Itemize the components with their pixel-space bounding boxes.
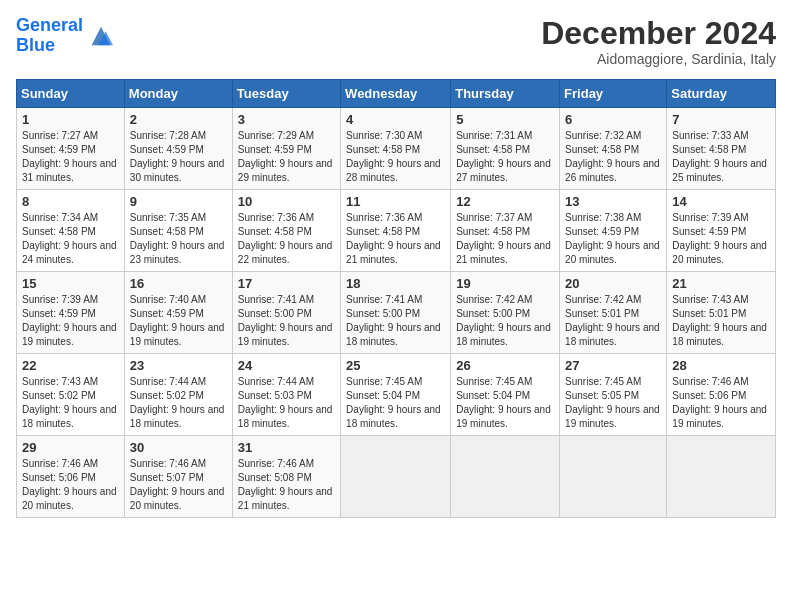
month-title: December 2024 <box>541 16 776 51</box>
day-detail: Sunrise: 7:41 AMSunset: 5:00 PMDaylight:… <box>346 294 441 347</box>
day-detail: Sunrise: 7:34 AMSunset: 4:58 PMDaylight:… <box>22 212 117 265</box>
day-detail: Sunrise: 7:33 AMSunset: 4:58 PMDaylight:… <box>672 130 767 183</box>
calendar-cell: 1 Sunrise: 7:27 AMSunset: 4:59 PMDayligh… <box>17 108 125 190</box>
calendar-cell: 19 Sunrise: 7:42 AMSunset: 5:00 PMDaylig… <box>451 272 560 354</box>
day-number: 24 <box>238 358 335 373</box>
header-saturday: Saturday <box>667 80 776 108</box>
calendar-cell: 4 Sunrise: 7:30 AMSunset: 4:58 PMDayligh… <box>341 108 451 190</box>
day-number: 1 <box>22 112 119 127</box>
day-detail: Sunrise: 7:38 AMSunset: 4:59 PMDaylight:… <box>565 212 660 265</box>
day-number: 6 <box>565 112 661 127</box>
day-detail: Sunrise: 7:35 AMSunset: 4:58 PMDaylight:… <box>130 212 225 265</box>
day-detail: Sunrise: 7:46 AMSunset: 5:07 PMDaylight:… <box>130 458 225 511</box>
calendar-cell: 30 Sunrise: 7:46 AMSunset: 5:07 PMDaylig… <box>124 436 232 518</box>
day-detail: Sunrise: 7:46 AMSunset: 5:06 PMDaylight:… <box>672 376 767 429</box>
day-number: 11 <box>346 194 445 209</box>
day-detail: Sunrise: 7:45 AMSunset: 5:05 PMDaylight:… <box>565 376 660 429</box>
calendar-week-row: 15 Sunrise: 7:39 AMSunset: 4:59 PMDaylig… <box>17 272 776 354</box>
day-number: 13 <box>565 194 661 209</box>
calendar-cell: 7 Sunrise: 7:33 AMSunset: 4:58 PMDayligh… <box>667 108 776 190</box>
calendar-cell: 9 Sunrise: 7:35 AMSunset: 4:58 PMDayligh… <box>124 190 232 272</box>
title-area: December 2024 Aidomaggiore, Sardinia, It… <box>541 16 776 67</box>
header-sunday: Sunday <box>17 80 125 108</box>
calendar-cell: 24 Sunrise: 7:44 AMSunset: 5:03 PMDaylig… <box>232 354 340 436</box>
calendar-cell: 31 Sunrise: 7:46 AMSunset: 5:08 PMDaylig… <box>232 436 340 518</box>
calendar-cell: 2 Sunrise: 7:28 AMSunset: 4:59 PMDayligh… <box>124 108 232 190</box>
day-number: 12 <box>456 194 554 209</box>
calendar-cell: 16 Sunrise: 7:40 AMSunset: 4:59 PMDaylig… <box>124 272 232 354</box>
day-number: 2 <box>130 112 227 127</box>
logo: GeneralBlue <box>16 16 115 56</box>
calendar-cell: 21 Sunrise: 7:43 AMSunset: 5:01 PMDaylig… <box>667 272 776 354</box>
calendar-cell: 8 Sunrise: 7:34 AMSunset: 4:58 PMDayligh… <box>17 190 125 272</box>
day-detail: Sunrise: 7:45 AMSunset: 5:04 PMDaylight:… <box>456 376 551 429</box>
day-number: 31 <box>238 440 335 455</box>
day-detail: Sunrise: 7:39 AMSunset: 4:59 PMDaylight:… <box>22 294 117 347</box>
calendar-cell <box>341 436 451 518</box>
day-number: 10 <box>238 194 335 209</box>
day-number: 27 <box>565 358 661 373</box>
calendar-cell: 26 Sunrise: 7:45 AMSunset: 5:04 PMDaylig… <box>451 354 560 436</box>
calendar-cell: 12 Sunrise: 7:37 AMSunset: 4:58 PMDaylig… <box>451 190 560 272</box>
day-number: 22 <box>22 358 119 373</box>
day-detail: Sunrise: 7:27 AMSunset: 4:59 PMDaylight:… <box>22 130 117 183</box>
day-detail: Sunrise: 7:44 AMSunset: 5:02 PMDaylight:… <box>130 376 225 429</box>
day-detail: Sunrise: 7:40 AMSunset: 4:59 PMDaylight:… <box>130 294 225 347</box>
day-detail: Sunrise: 7:37 AMSunset: 4:58 PMDaylight:… <box>456 212 551 265</box>
day-detail: Sunrise: 7:31 AMSunset: 4:58 PMDaylight:… <box>456 130 551 183</box>
calendar-cell: 5 Sunrise: 7:31 AMSunset: 4:58 PMDayligh… <box>451 108 560 190</box>
calendar-cell <box>451 436 560 518</box>
calendar-cell: 18 Sunrise: 7:41 AMSunset: 5:00 PMDaylig… <box>341 272 451 354</box>
calendar-cell <box>667 436 776 518</box>
day-detail: Sunrise: 7:29 AMSunset: 4:59 PMDaylight:… <box>238 130 333 183</box>
day-detail: Sunrise: 7:41 AMSunset: 5:00 PMDaylight:… <box>238 294 333 347</box>
day-number: 16 <box>130 276 227 291</box>
header-tuesday: Tuesday <box>232 80 340 108</box>
day-detail: Sunrise: 7:36 AMSunset: 4:58 PMDaylight:… <box>346 212 441 265</box>
day-detail: Sunrise: 7:32 AMSunset: 4:58 PMDaylight:… <box>565 130 660 183</box>
day-number: 19 <box>456 276 554 291</box>
day-detail: Sunrise: 7:42 AMSunset: 5:00 PMDaylight:… <box>456 294 551 347</box>
day-number: 8 <box>22 194 119 209</box>
day-number: 21 <box>672 276 770 291</box>
calendar-table: SundayMondayTuesdayWednesdayThursdayFrid… <box>16 79 776 518</box>
day-detail: Sunrise: 7:30 AMSunset: 4:58 PMDaylight:… <box>346 130 441 183</box>
calendar-cell: 11 Sunrise: 7:36 AMSunset: 4:58 PMDaylig… <box>341 190 451 272</box>
day-number: 30 <box>130 440 227 455</box>
calendar-cell: 6 Sunrise: 7:32 AMSunset: 4:58 PMDayligh… <box>560 108 667 190</box>
day-detail: Sunrise: 7:43 AMSunset: 5:01 PMDaylight:… <box>672 294 767 347</box>
calendar-cell: 10 Sunrise: 7:36 AMSunset: 4:58 PMDaylig… <box>232 190 340 272</box>
day-number: 26 <box>456 358 554 373</box>
day-detail: Sunrise: 7:46 AMSunset: 5:08 PMDaylight:… <box>238 458 333 511</box>
calendar-cell: 3 Sunrise: 7:29 AMSunset: 4:59 PMDayligh… <box>232 108 340 190</box>
calendar-cell: 17 Sunrise: 7:41 AMSunset: 5:00 PMDaylig… <box>232 272 340 354</box>
logo-icon <box>87 22 115 50</box>
logo-text: GeneralBlue <box>16 16 83 56</box>
header-friday: Friday <box>560 80 667 108</box>
day-detail: Sunrise: 7:42 AMSunset: 5:01 PMDaylight:… <box>565 294 660 347</box>
calendar-cell: 15 Sunrise: 7:39 AMSunset: 4:59 PMDaylig… <box>17 272 125 354</box>
calendar-cell: 22 Sunrise: 7:43 AMSunset: 5:02 PMDaylig… <box>17 354 125 436</box>
location: Aidomaggiore, Sardinia, Italy <box>541 51 776 67</box>
calendar-week-row: 22 Sunrise: 7:43 AMSunset: 5:02 PMDaylig… <box>17 354 776 436</box>
day-number: 15 <box>22 276 119 291</box>
day-number: 29 <box>22 440 119 455</box>
day-detail: Sunrise: 7:46 AMSunset: 5:06 PMDaylight:… <box>22 458 117 511</box>
calendar-week-row: 1 Sunrise: 7:27 AMSunset: 4:59 PMDayligh… <box>17 108 776 190</box>
calendar-cell: 29 Sunrise: 7:46 AMSunset: 5:06 PMDaylig… <box>17 436 125 518</box>
day-number: 17 <box>238 276 335 291</box>
calendar-cell: 14 Sunrise: 7:39 AMSunset: 4:59 PMDaylig… <box>667 190 776 272</box>
header-thursday: Thursday <box>451 80 560 108</box>
header-wednesday: Wednesday <box>341 80 451 108</box>
day-number: 5 <box>456 112 554 127</box>
day-number: 20 <box>565 276 661 291</box>
day-detail: Sunrise: 7:28 AMSunset: 4:59 PMDaylight:… <box>130 130 225 183</box>
calendar-week-row: 8 Sunrise: 7:34 AMSunset: 4:58 PMDayligh… <box>17 190 776 272</box>
day-detail: Sunrise: 7:39 AMSunset: 4:59 PMDaylight:… <box>672 212 767 265</box>
calendar-cell: 20 Sunrise: 7:42 AMSunset: 5:01 PMDaylig… <box>560 272 667 354</box>
day-detail: Sunrise: 7:36 AMSunset: 4:58 PMDaylight:… <box>238 212 333 265</box>
day-number: 4 <box>346 112 445 127</box>
calendar-header-row: SundayMondayTuesdayWednesdayThursdayFrid… <box>17 80 776 108</box>
day-number: 25 <box>346 358 445 373</box>
calendar-cell: 28 Sunrise: 7:46 AMSunset: 5:06 PMDaylig… <box>667 354 776 436</box>
